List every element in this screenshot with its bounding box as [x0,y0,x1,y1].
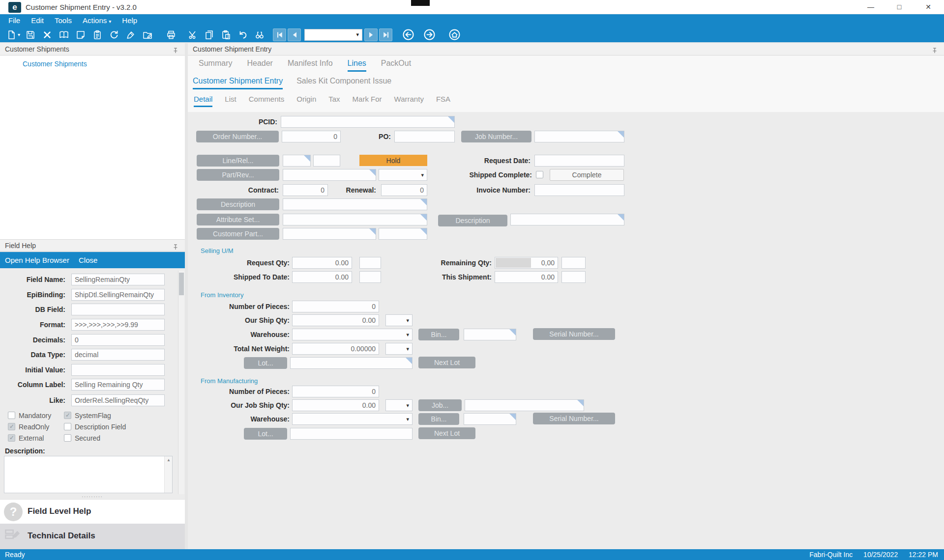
maximize-button[interactable]: □ [891,0,907,14]
attribute-set-field[interactable] [283,214,427,225]
description-textarea[interactable]: ▲ [4,456,173,493]
inv-next-lot-button[interactable]: Next Lot [418,357,475,368]
our-ship-qty-um-combobox[interactable]: ▾ [385,314,413,326]
tab-manifest-info[interactable]: Manifest Info [288,59,333,72]
menu-file[interactable]: File [3,14,26,27]
panel-resize-handle[interactable]: ......... [0,493,185,498]
field-name-field[interactable]: SellingRemainQty [71,274,165,285]
delete-icon[interactable] [41,28,53,41]
chevron-down-icon[interactable]: ▾ [421,172,424,178]
order-number-field[interactable]: 0 [282,131,341,142]
mfg-lot-field[interactable] [290,428,413,440]
home-icon[interactable] [448,28,461,41]
tab-fsa[interactable]: FSA [436,95,450,107]
chevron-down-icon[interactable]: ▾ [406,332,409,338]
format-field[interactable]: >>>,>>>,>>>,>>9.99 [71,319,165,331]
decimals-field[interactable]: 0 [71,334,165,346]
description-button[interactable]: Description [197,198,279,210]
invoice-number-field[interactable] [534,184,624,196]
mfg-bin-field[interactable] [464,413,516,425]
attachment-icon[interactable] [91,28,103,41]
edit-group-icon[interactable] [141,28,153,41]
this-shipment-um-field[interactable] [561,271,586,283]
request-date-field[interactable] [534,155,624,167]
mfg-warehouse-combobox[interactable]: ▾ [292,413,413,425]
tab-sales-kit-component-issue[interactable]: Sales Kit Component Issue [296,77,391,89]
save-icon[interactable] [24,28,36,41]
customer-part-button[interactable]: Customer Part... [197,228,279,240]
tab-mark-for[interactable]: Mark For [353,95,382,107]
description-field-checkbox[interactable] [64,423,71,430]
customer-part-rev-field[interactable] [379,228,427,240]
find-icon[interactable] [253,28,266,41]
line-field[interactable] [283,155,311,167]
tab-detail[interactable]: Detail [194,95,212,107]
mfg-serial-number-button[interactable]: Serial Number... [533,413,615,424]
part-rev-button[interactable]: Part/Rev... [197,169,279,181]
job-number-button[interactable]: Job Number... [461,131,531,142]
field-help-scrollbar[interactable] [178,271,184,494]
paste-icon[interactable] [220,28,232,41]
data-type-field[interactable]: decimal [71,349,165,361]
undo-icon[interactable] [236,28,249,41]
systemflag-checkbox[interactable] [64,412,71,419]
inv-lot-button[interactable]: Lot... [244,357,287,369]
mfg-bin-button[interactable]: Bin... [418,413,459,425]
print-icon[interactable] [165,28,177,41]
shipped-to-date-um-field[interactable] [359,271,381,283]
open-book-icon[interactable] [58,28,70,41]
column-label-field[interactable]: Selling Remaining Qty [71,379,165,391]
scrollbar-thumb[interactable] [179,273,184,295]
new-dropdown-caret-icon[interactable]: ▾ [18,32,20,37]
forward-icon[interactable] [423,28,436,41]
chevron-down-icon[interactable]: ▾ [406,402,409,409]
mfg-next-lot-button[interactable]: Next Lot [418,427,475,439]
chevron-down-icon[interactable]: ▾ [406,346,409,352]
new-document-icon[interactable] [5,28,17,41]
contract-field[interactable]: 0 [283,184,328,196]
rev-combobox[interactable]: ▾ [379,169,427,181]
nav-previous-button[interactable] [288,28,301,41]
db-field-field[interactable] [71,304,165,315]
refresh-icon[interactable] [108,28,120,41]
shipped-complete-checkbox[interactable] [536,171,543,178]
mandatory-checkbox[interactable] [8,412,15,419]
customer-part-field[interactable] [283,228,376,240]
close-help-link[interactable]: Close [79,252,97,268]
request-qty-field[interactable]: 0.00 [292,257,352,269]
tab-tax[interactable]: Tax [328,95,340,107]
tab-list[interactable]: List [225,95,236,107]
back-icon[interactable] [402,28,415,41]
this-shipment-field[interactable]: 0.00 [495,271,558,283]
tab-warranty[interactable]: Warranty [394,95,424,107]
close-button[interactable]: ✕ [920,0,936,14]
part-field[interactable] [283,169,376,181]
minimize-button[interactable]: — [863,0,879,14]
tab-customer-shipment-entry[interactable]: Customer Shipment Entry [193,77,283,89]
scroll-up-icon[interactable]: ▲ [167,458,171,462]
tab-summary[interactable]: Summary [199,59,232,72]
request-qty-um-field[interactable] [359,257,381,269]
copy-icon[interactable] [203,28,215,41]
menu-help[interactable]: Help [117,14,143,27]
nav-first-button[interactable] [273,28,286,41]
cut-icon[interactable] [186,28,199,41]
readonly-checkbox[interactable] [8,423,15,430]
inv-number-of-pieces-field[interactable]: 0 [292,301,379,312]
po-field[interactable] [394,131,455,142]
memo-icon[interactable] [74,28,87,41]
inv-bin-field[interactable] [464,329,516,340]
initial-value-field[interactable] [71,364,165,376]
our-job-ship-qty-um-combobox[interactable]: ▾ [385,399,413,411]
our-ship-qty-field[interactable]: 0.00 [292,314,379,326]
job-button[interactable]: Job... [418,399,462,411]
clear-icon[interactable] [124,28,137,41]
chevron-down-icon[interactable]: ▾ [406,317,409,324]
description-scrollbar[interactable]: ▲ [164,456,172,493]
order-number-button[interactable]: Order Number... [196,131,279,142]
total-net-weight-field[interactable]: 0.00000 [292,343,379,355]
job-field[interactable] [465,399,584,411]
chevron-down-icon[interactable]: ▾ [356,31,359,38]
inv-lot-field[interactable] [290,357,413,369]
menu-tools[interactable]: Tools [49,14,77,27]
